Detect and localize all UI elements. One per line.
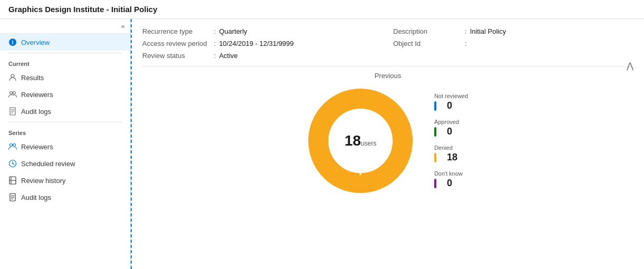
sidebar-item-results[interactable]: Results — [0, 69, 130, 86]
current-section-label: Current — [0, 55, 130, 69]
object-id-row: Object Id : — [393, 40, 633, 47]
sidebar-item-scheduled-review-label: Scheduled review — [21, 160, 75, 168]
legend-value-denied: 18 — [447, 152, 457, 163]
chart-legend: Not reviewed 0 Approved 0 — [434, 93, 468, 189]
series-divider — [8, 122, 122, 122]
series-section-label: Series — [0, 124, 130, 138]
legend-label-approved: Approved — [434, 119, 468, 125]
object-id-label: Object Id — [393, 40, 462, 47]
description-value: Initial Policy — [470, 27, 506, 35]
previous-section: Previous 18users — [142, 72, 633, 194]
legend-item-denied: Denied 18 — [434, 145, 468, 163]
sidebar-item-audit-logs-current[interactable]: Audit logs — [0, 103, 130, 120]
svg-line-13 — [13, 164, 14, 165]
donut-chart: 18users — [308, 88, 413, 194]
legend-bar-approved — [434, 127, 436, 137]
access-review-period-value: 10/24/2019 - 12/31/9999 — [219, 40, 294, 47]
legend-item-approved: Approved 0 — [434, 119, 468, 137]
sidebar-item-review-history-label: Review history — [21, 177, 66, 185]
svg-point-10 — [13, 144, 16, 147]
description-row: Description : Initial Policy — [393, 27, 633, 35]
description-label: Description — [393, 27, 462, 35]
main-content: Recurrence type : Quarterly Access revie… — [131, 19, 644, 269]
legend-value-approved: 0 — [447, 126, 452, 137]
doc-icon-current — [8, 107, 17, 116]
legend-label-not-reviewed: Not reviewed — [434, 93, 468, 99]
svg-point-3 — [10, 92, 13, 94]
legend-bar-not-reviewed — [434, 101, 436, 111]
sidebar-item-reviewers-series-label: Reviewers — [21, 143, 53, 151]
sidebar-item-overview-label: Overview — [21, 39, 50, 46]
svg-point-2 — [11, 74, 14, 78]
sidebar-item-audit-logs-series-label: Audit logs — [21, 194, 51, 201]
sidebar-collapse-bar: « — [0, 19, 130, 34]
access-review-period-label: Access review period — [142, 40, 211, 47]
sidebar-item-scheduled-review[interactable]: Scheduled review — [0, 155, 130, 172]
sidebar: « i Overview Current Results — [0, 19, 131, 269]
info-col-right: Description : Initial Policy Object Id : — [393, 27, 633, 60]
sidebar-item-reviewers-current-label: Reviewers — [21, 91, 53, 99]
access-review-period-row: Access review period : 10/24/2019 - 12/3… — [142, 40, 383, 47]
recurrence-type-label: Recurrence type — [142, 27, 211, 35]
legend-label-dont-know: Don't know — [434, 170, 468, 177]
info-col-left: Recurrence type : Quarterly Access revie… — [142, 27, 383, 60]
donut-center: 18users — [345, 132, 377, 149]
info-grid: Recurrence type : Quarterly Access revie… — [142, 27, 633, 60]
top-bar: Graphics Design Institute - Initial Poli… — [0, 0, 644, 19]
page-title: Graphics Design Institute - Initial Poli… — [8, 5, 158, 14]
legend-bar-denied — [434, 153, 436, 162]
sidebar-item-reviewers-current[interactable]: Reviewers — [0, 86, 130, 103]
person-icon — [8, 73, 17, 82]
sidebar-item-results-label: Results — [21, 74, 44, 82]
svg-point-9 — [10, 144, 13, 147]
legend-item-dont-know: Don't know 0 — [434, 170, 468, 189]
people-icon-series — [8, 142, 17, 151]
legend-bar-dont-know — [434, 179, 436, 188]
app-layout: « i Overview Current Results — [0, 19, 644, 269]
review-status-value: Active — [219, 52, 238, 60]
chart-area: 18users Not reviewed 0 Approved — [142, 88, 633, 194]
svg-point-4 — [13, 92, 16, 94]
collapse-sidebar-button[interactable]: « — [121, 22, 125, 30]
current-divider — [8, 53, 122, 53]
svg-text:i: i — [12, 40, 14, 45]
info-icon: i — [8, 38, 17, 46]
people-icon-current — [8, 90, 17, 99]
review-status-label: Review status — [142, 52, 211, 60]
recurrence-type-row: Recurrence type : Quarterly — [142, 27, 383, 35]
recurrence-type-value: Quarterly — [219, 27, 247, 35]
legend-value-dont-know: 0 — [447, 178, 452, 189]
donut-label: users — [361, 140, 376, 147]
sidebar-item-review-history[interactable]: Review history — [0, 172, 130, 189]
previous-title: Previous — [142, 72, 633, 80]
sidebar-item-overview[interactable]: i Overview — [0, 34, 130, 51]
legend-value-not-reviewed: 0 — [447, 100, 452, 111]
sidebar-item-audit-logs-current-label: Audit logs — [21, 108, 51, 116]
sidebar-item-reviewers-series[interactable]: Reviewers — [0, 138, 130, 155]
collapse-section-button[interactable]: ⋀ — [627, 61, 633, 71]
doc-icon-series — [8, 193, 17, 201]
section-divider: ⋀ — [142, 66, 633, 66]
legend-label-denied: Denied — [434, 145, 468, 151]
legend-item-not-reviewed: Not reviewed 0 — [434, 93, 468, 111]
clock-icon — [8, 159, 17, 168]
book-icon — [8, 176, 17, 185]
donut-total: 18 — [345, 132, 361, 149]
review-status-row: Review status : Active — [142, 52, 383, 60]
sidebar-item-audit-logs-series[interactable]: Audit logs — [0, 189, 130, 206]
